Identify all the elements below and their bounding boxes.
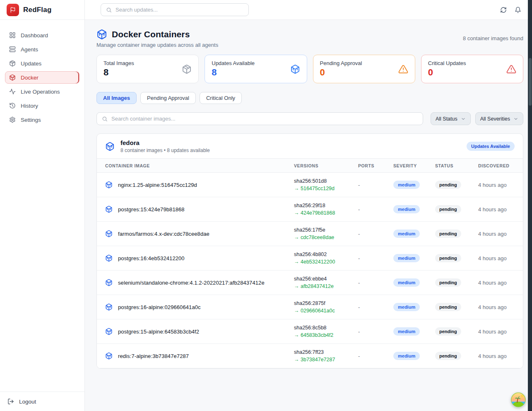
cell-discovered: 4 hours ago bbox=[478, 255, 515, 261]
cell-ports: - bbox=[358, 353, 393, 359]
sidebar-item-label: Settings bbox=[21, 117, 41, 123]
severity-filter-select[interactable]: All Severities bbox=[475, 112, 523, 125]
table-row[interactable]: farmos/farmos:4.x-dev:cdc78cee8dae sha25… bbox=[97, 222, 523, 246]
docker-cube-icon bbox=[96, 29, 107, 40]
group-titles: fedora 8 container images • 8 updates av… bbox=[120, 139, 210, 153]
app-window: RedFlag Dashboard Agents Updates bbox=[0, 0, 532, 411]
table-row[interactable]: postgres:16-alpine:029660641a0c sha256:2… bbox=[97, 295, 523, 319]
logout-button[interactable]: Logout bbox=[7, 398, 77, 405]
status-filter-select[interactable]: All Status bbox=[431, 112, 471, 125]
sidebar-item[interactable]: Settings bbox=[5, 114, 79, 126]
version-current: sha256:ebbe4 bbox=[294, 276, 358, 283]
version-current: sha256:7ff23 bbox=[294, 349, 358, 356]
image-group-card: fedora 8 container images • 8 updates av… bbox=[96, 133, 523, 369]
cell-discovered: 4 hours ago bbox=[478, 353, 515, 359]
stat-text: Updates Available 8 bbox=[212, 60, 255, 78]
filter-tab[interactable]: Pending Approval bbox=[140, 92, 196, 104]
stat-value: 8 bbox=[104, 67, 134, 78]
sidebar-item-label: Updates bbox=[21, 60, 41, 67]
cell-status: pending bbox=[435, 254, 478, 262]
docker-cube-icon bbox=[105, 206, 113, 213]
brand: RedFlag bbox=[0, 0, 84, 20]
stat-card: Pending Approval 0 bbox=[313, 55, 415, 83]
version-new: → 4eb532412200 bbox=[294, 259, 358, 266]
image-search bbox=[96, 112, 423, 125]
cell-ports: - bbox=[358, 182, 393, 188]
table-column-header: Status bbox=[435, 163, 478, 168]
stat-label: Total Images bbox=[104, 60, 134, 66]
results-count: 8 container images found bbox=[463, 35, 523, 41]
cell-severity: medium bbox=[393, 205, 435, 213]
stat-value: 0 bbox=[320, 67, 362, 78]
filter-row: All Status All Severities bbox=[96, 112, 523, 125]
sidebar-item[interactable]: History bbox=[5, 99, 79, 112]
refresh-icon[interactable] bbox=[500, 7, 507, 13]
table-row[interactable]: postgres:15-alpine:64583b3cb4f2 sha256:8… bbox=[97, 319, 523, 344]
cell-versions: sha256:17f5e → cdc78cee8dae bbox=[294, 227, 358, 241]
cell-status: pending bbox=[435, 352, 478, 360]
main-area: Docker Containers Manage container image… bbox=[85, 0, 532, 411]
cell-status: pending bbox=[435, 205, 478, 213]
page-scrollbar[interactable] bbox=[528, 0, 532, 411]
sidebar-item[interactable]: Agents bbox=[5, 43, 79, 56]
island-icon bbox=[511, 392, 526, 407]
sidebar-item[interactable]: Updates bbox=[5, 57, 79, 70]
cell-container-image: nginx:1.25-alpine:516475cc129d bbox=[105, 181, 294, 189]
search-icon bbox=[102, 116, 108, 122]
table-row[interactable]: redis:7-alpine:3b73847e7287 sha256:7ff23… bbox=[97, 344, 523, 368]
docker-cube-icon bbox=[105, 230, 113, 237]
sidebar-item[interactable]: Dashboard bbox=[5, 29, 79, 41]
cell-severity: medium bbox=[393, 352, 435, 360]
severity-filter-value: All Severities bbox=[480, 116, 510, 122]
table-column-header: Container Image bbox=[105, 163, 294, 168]
group-title: fedora bbox=[120, 139, 210, 146]
table-row[interactable]: nginx:1.25-alpine:516475cc129d sha256:50… bbox=[97, 173, 523, 197]
stat-card: Updates Available 8 bbox=[205, 55, 307, 83]
cell-ports: - bbox=[358, 304, 393, 310]
sidebar-item[interactable]: Docker bbox=[5, 71, 79, 84]
container-image-name: postgres:15-alpine:64583b3cb4f2 bbox=[118, 329, 199, 335]
version-current: sha256:4b802 bbox=[294, 251, 358, 258]
status-badge: pending bbox=[435, 205, 461, 213]
filter-tab[interactable]: All Images bbox=[96, 92, 137, 104]
logout-icon bbox=[7, 398, 14, 405]
cell-versions: sha256:ebbe4 → afb28437412e bbox=[294, 276, 358, 290]
global-search-input[interactable] bbox=[116, 7, 243, 13]
container-image-name: nginx:1.25-alpine:516475cc129d bbox=[118, 182, 197, 188]
grid-icon bbox=[9, 32, 16, 39]
cell-discovered: 4 hours ago bbox=[478, 206, 515, 213]
page-subtitle: Manage container image updates across al… bbox=[96, 42, 218, 48]
cell-container-image: farmos/farmos:4.x-dev:cdc78cee8dae bbox=[105, 230, 294, 237]
island-floating-button[interactable] bbox=[511, 392, 526, 407]
severity-badge: medium bbox=[393, 254, 420, 262]
filter-tab[interactable]: Critical Only bbox=[200, 92, 242, 104]
sidebar-nav: Dashboard Agents Updates Docker bbox=[0, 20, 84, 392]
table-row[interactable]: postgres:16:4eb532412200 sha256:4b802 → … bbox=[97, 246, 523, 271]
version-current: sha256:29f18 bbox=[294, 202, 358, 209]
table-column-header: Discovered bbox=[478, 163, 515, 168]
sidebar-item-label: History bbox=[21, 103, 38, 109]
cell-severity: medium bbox=[393, 327, 435, 336]
logout-label: Logout bbox=[19, 399, 36, 405]
topbar-icons bbox=[500, 7, 521, 13]
status-badge: pending bbox=[435, 181, 461, 189]
cell-ports: - bbox=[358, 280, 393, 286]
version-new: → 029660641a0c bbox=[294, 307, 358, 314]
image-search-input[interactable] bbox=[111, 116, 418, 122]
updates-available-badge: Updates Available bbox=[467, 142, 515, 151]
cell-status: pending bbox=[435, 278, 478, 287]
severity-badge: medium bbox=[393, 205, 420, 213]
docker-cube-icon bbox=[105, 352, 113, 360]
cell-discovered: 4 hours ago bbox=[478, 182, 515, 188]
bell-icon[interactable] bbox=[515, 7, 521, 13]
table-row[interactable]: selenium/standalone-chrome:4.1.2-2022021… bbox=[97, 271, 523, 295]
alert-triangle-icon bbox=[506, 64, 516, 74]
cell-container-image: redis:7-alpine:3b73847e7287 bbox=[105, 352, 294, 360]
page-title: Docker Containers bbox=[112, 29, 190, 39]
cell-versions: sha256:8c5b8 → 64583b3cb4f2 bbox=[294, 324, 358, 339]
scrollbar-thumb[interactable] bbox=[529, 58, 532, 106]
sidebar-item[interactable]: Live Operations bbox=[5, 85, 79, 98]
severity-badge: medium bbox=[393, 303, 420, 311]
table-row[interactable]: postgres:15:424e79b81868 sha256:29f18 → … bbox=[97, 197, 523, 222]
version-current: sha256:501d8 bbox=[294, 178, 358, 185]
